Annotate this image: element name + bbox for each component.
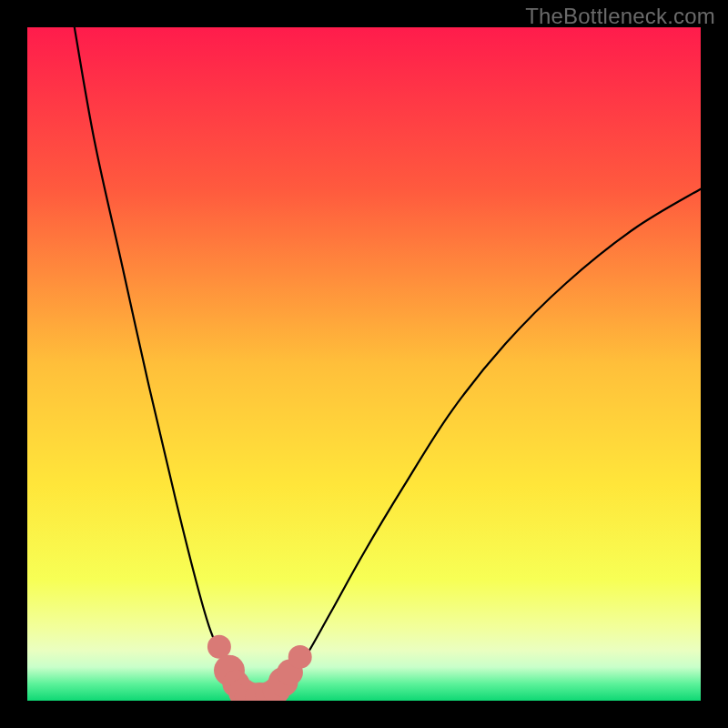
gradient-background: [27, 27, 701, 701]
chart-container: TheBottleneck.com: [0, 0, 728, 728]
plot-area: [27, 27, 701, 701]
gradient-plot: [27, 27, 701, 701]
watermark-text: TheBottleneck.com: [525, 4, 715, 29]
marker-dot: [288, 645, 312, 669]
